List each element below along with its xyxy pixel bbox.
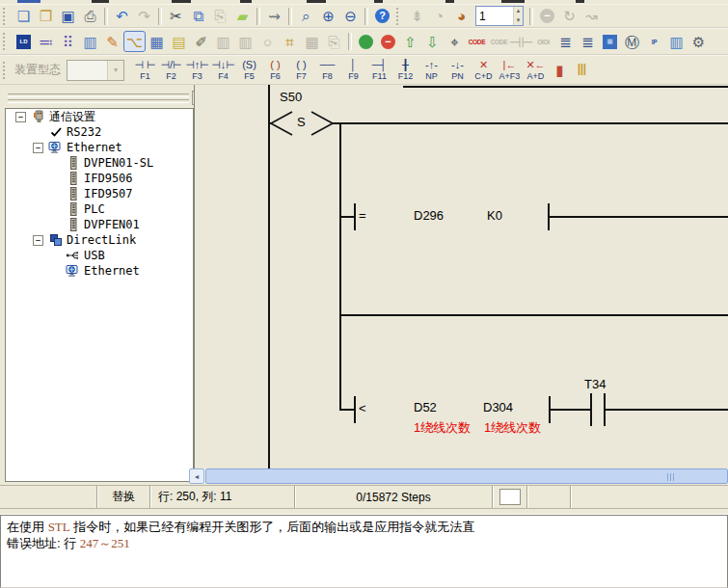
device-type-combo[interactable]: ▼ bbox=[67, 60, 124, 81]
print-button[interactable]: ⎙ bbox=[79, 6, 101, 27]
tree-item-dvpfen01[interactable]: DVPFEN01 bbox=[6, 217, 193, 232]
output-coil-button[interactable]: ( )F6 bbox=[263, 57, 287, 83]
paste-button[interactable]: ⎘ bbox=[209, 6, 231, 27]
contact-falling-button[interactable]: ⊣↓⊢F4 bbox=[211, 57, 235, 83]
panel-splitter[interactable] bbox=[0, 508, 728, 515]
horizontal-line-button[interactable]: ──F8 bbox=[315, 57, 339, 83]
scan-time-button[interactable]: ◕ bbox=[450, 6, 472, 27]
delete-row-button[interactable]: ≣ bbox=[577, 31, 599, 52]
device-comment-button[interactable]: ▤ bbox=[168, 31, 190, 52]
clipped-fragment bbox=[172, 0, 191, 3]
falling-pulse-button[interactable]: -↓-PN bbox=[445, 57, 470, 83]
table-disabled-button[interactable]: ▦ bbox=[301, 31, 323, 52]
vertical-line-button[interactable]: │F9 bbox=[341, 57, 365, 83]
tree-item-ethernet[interactable]: Ethernet bbox=[6, 263, 193, 279]
sfc-view-button[interactable]: ⠿ bbox=[57, 31, 79, 52]
trace-monitor-button[interactable]: ↝ bbox=[580, 6, 603, 27]
clipboard-disabled-button[interactable]: ⎘ bbox=[323, 31, 345, 52]
tree-item-directlink[interactable]: −DirectLink bbox=[6, 232, 193, 248]
ladder-check-button[interactable]: ⊣⊢ bbox=[510, 31, 532, 52]
cut-button[interactable]: ✂ bbox=[165, 6, 187, 27]
insert-row-button[interactable]: ≣ bbox=[554, 31, 577, 52]
comment-view-button[interactable]: ▥ bbox=[79, 31, 101, 52]
ladder-compile-button[interactable]: ⌗ bbox=[279, 31, 301, 52]
new-file-button[interactable]: ❏ bbox=[13, 6, 35, 27]
erase-button[interactable]: ▰ bbox=[231, 6, 254, 27]
stop-monitor-button[interactable]: − bbox=[536, 6, 558, 27]
delete-vertical-line-button[interactable]: ✕C+D bbox=[472, 57, 496, 83]
ip-search-button[interactable]: IP bbox=[643, 31, 665, 52]
thermometer-monitor-button[interactable]: ▮ bbox=[549, 60, 571, 81]
contact-open-button[interactable]: ⊣ ⊢F1 bbox=[133, 57, 157, 83]
spin-down-icon[interactable]: ▼ bbox=[514, 16, 523, 26]
comment-marker-button[interactable]: ✐ bbox=[190, 31, 212, 52]
monitor-start-button[interactable]: ▥ bbox=[212, 31, 234, 52]
instruction-view-button[interactable]: ≕ bbox=[35, 31, 57, 52]
message-text: 在使用 bbox=[7, 520, 48, 534]
monitor-device-button[interactable]: ⇟ bbox=[406, 6, 428, 27]
copy-button[interactable]: ⧉ bbox=[187, 6, 209, 27]
stop-plc-button[interactable]: − bbox=[377, 31, 399, 52]
download-program-button[interactable]: ⇩ bbox=[421, 31, 444, 52]
simulator-button[interactable]: ▦ bbox=[599, 31, 621, 52]
contact-rising-button[interactable]: ⊣↑⊢F3 bbox=[185, 57, 209, 83]
edit-mode-button[interactable]: ✎ bbox=[101, 31, 123, 52]
scan-count-input[interactable] bbox=[476, 7, 513, 25]
scan-count-arrows[interactable]: ▲▼ bbox=[513, 7, 523, 25]
zoom-in-button[interactable]: ⊕ bbox=[317, 6, 339, 27]
scrollbar-thumb[interactable] bbox=[205, 468, 728, 484]
scrollbar-track[interactable] bbox=[204, 468, 728, 484]
open-file-button[interactable]: ❐ bbox=[35, 6, 57, 27]
redo-button[interactable]: ↷ bbox=[133, 6, 155, 27]
api-list-button[interactable]: Ⅲ bbox=[571, 60, 593, 81]
ladder-view-button[interactable]: LD bbox=[13, 31, 35, 52]
io-check-button[interactable]: OIOI bbox=[532, 31, 554, 52]
tree-item-usb[interactable]: USB bbox=[6, 248, 193, 263]
tree-item-ethernet[interactable]: −Ethernet bbox=[6, 140, 193, 155]
toolbar-ladder-symbols: 装置型态▼⊣ ⊢F1⊣/⊢F2⊣↑⊢F3⊣↓⊢F4(S)F5( )F6( )F7… bbox=[0, 55, 728, 85]
tree-expander-icon[interactable]: − bbox=[15, 112, 26, 122]
find-button[interactable]: ⌕ bbox=[295, 6, 317, 27]
inverse-logic-button[interactable]: ─┤F11 bbox=[367, 57, 391, 83]
help-button[interactable]: ? bbox=[371, 6, 393, 27]
undo-button[interactable]: ↶ bbox=[111, 6, 133, 27]
tree-item-plc[interactable]: PLC bbox=[6, 201, 193, 217]
tree-item-通信设置[interactable]: −通信设置 bbox=[6, 109, 193, 124]
save-file-button[interactable]: ▣ bbox=[57, 6, 79, 27]
communication-link-button[interactable]: ⌖ bbox=[444, 31, 466, 52]
contact-closed-button[interactable]: ⊣/⊢F2 bbox=[159, 57, 183, 83]
ladder-editor-canvas[interactable]: S50 S = D296 K0 < D52 D304 T34 bbox=[194, 85, 728, 468]
run-plc-button[interactable] bbox=[355, 31, 377, 52]
rising-pulse-button[interactable]: -↑-NP bbox=[419, 57, 444, 83]
tree-expander-icon[interactable]: − bbox=[33, 143, 43, 153]
application-instruction-button[interactable]: ( )F7 bbox=[289, 57, 313, 83]
delete-row-key-button[interactable]: ✕←A+D bbox=[524, 57, 548, 83]
tree-item-ifd9506[interactable]: IFD9506 bbox=[6, 171, 193, 186]
tree-item-dvpen01-sl[interactable]: DVPEN01-SL bbox=[6, 155, 193, 171]
options-gear-button[interactable]: ⚙ bbox=[688, 31, 710, 52]
refresh-monitor-button[interactable]: ↻ bbox=[558, 6, 580, 27]
zoom-out-button[interactable]: ⊖ bbox=[339, 6, 362, 27]
tree-item-rs232[interactable]: RS232 bbox=[6, 124, 193, 140]
ladder-to-code-button[interactable]: CODE bbox=[466, 31, 488, 52]
network-monitor-button[interactable]: ▥ bbox=[665, 31, 688, 52]
tree-expander-icon[interactable]: − bbox=[33, 235, 43, 246]
horizontal-scrollbar[interactable]: ◄ bbox=[189, 468, 728, 484]
sfc-flowchart-button[interactable]: ⌥ bbox=[123, 31, 146, 52]
code-to-ladder-button[interactable]: CODE bbox=[488, 31, 510, 52]
upload-program-button[interactable]: ⇧ bbox=[399, 31, 421, 52]
symbol-table-button[interactable]: ▦ bbox=[146, 31, 168, 52]
tree-item-ifd9507[interactable]: IFD9507 bbox=[6, 186, 193, 201]
edit-monitor-button[interactable]: ◔ bbox=[428, 6, 450, 27]
step-ladder-button[interactable]: (S)F5 bbox=[237, 57, 261, 83]
monitor-find-button[interactable]: Ⓜ bbox=[621, 31, 643, 52]
spin-up-icon[interactable]: ▲ bbox=[514, 7, 523, 16]
branch-line-button[interactable]: ╂F12 bbox=[393, 57, 418, 83]
goto-jump-button[interactable]: ⇝ bbox=[263, 6, 285, 27]
monitor-stop-button[interactable]: ▥ bbox=[234, 31, 256, 52]
falling-pulse-icon: -↓- bbox=[451, 59, 464, 71]
scroll-left-button[interactable]: ◄ bbox=[189, 468, 204, 484]
highlight-bulb-button[interactable]: ○ bbox=[256, 31, 279, 52]
dock-panel-header[interactable]: ↧ × bbox=[5, 91, 216, 108]
insert-row-key-button[interactable]: |←A+F3 bbox=[498, 57, 522, 83]
